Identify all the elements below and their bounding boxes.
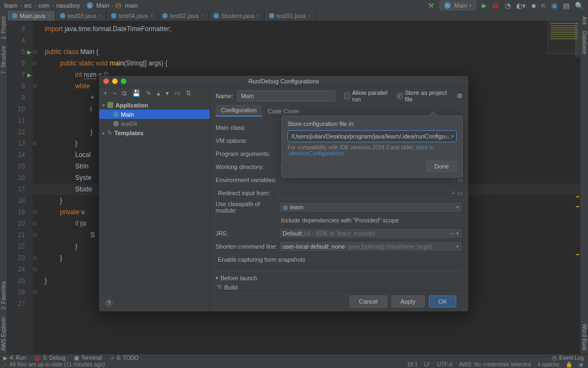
settings-icon[interactable]: ▤ <box>563 2 569 10</box>
allow-parallel-checkbox[interactable]: Allow parallel run <box>344 89 393 102</box>
database-tool-tab[interactable]: Database <box>581 28 588 58</box>
favorites-tool-tab[interactable]: 2: Favorites <box>0 278 7 313</box>
structure-tool-tab[interactable]: 7: Structure <box>0 43 7 77</box>
cancel-button[interactable]: Cancel <box>350 295 387 307</box>
before-launch-header[interactable]: ▾Before launch <box>216 275 463 281</box>
run-gutter-icon[interactable]: ▶ <box>27 69 32 81</box>
expand-icon[interactable]: + <box>452 190 455 196</box>
editor-tab[interactable]: test02.java× <box>158 11 209 21</box>
tree-templates-node[interactable]: ▸✎Templates <box>99 128 210 137</box>
shorten-select[interactable]: user-local default: none - java [options… <box>279 241 463 252</box>
close-window-icon[interactable] <box>103 79 109 84</box>
expand-icon[interactable]: ▾ <box>102 102 105 108</box>
save-icon[interactable]: 💾 <box>132 89 140 97</box>
down-icon[interactable]: ▾ <box>166 89 169 97</box>
fold-icon[interactable]: ⊟ <box>33 58 37 69</box>
search-icon[interactable]: 🔍 <box>575 2 584 10</box>
tree-expand-icon[interactable]: ⇅ <box>186 89 191 97</box>
classpath-select[interactable]: ▦learn▾ <box>279 202 463 213</box>
inspection-icon[interactable]: ◉ <box>579 361 584 367</box>
run-icon[interactable]: ▶ <box>482 2 486 9</box>
status-indent[interactable]: 4 spaces <box>537 361 559 367</box>
remove-icon[interactable]: − <box>113 89 117 97</box>
up-icon[interactable]: ▴ <box>157 89 160 97</box>
before-launch-build[interactable]: ⚒Build <box>216 283 463 291</box>
folder-icon[interactable]: ▭ <box>174 89 180 97</box>
name-input[interactable] <box>237 91 335 101</box>
close-icon[interactable]: × <box>201 13 204 19</box>
store-path-input[interactable]: /Users/julian/Desktop/program/java/learn… <box>287 130 457 142</box>
coverage-icon[interactable]: ◔ <box>505 2 511 10</box>
status-vcs-icon[interactable]: ▫ <box>4 361 7 367</box>
status-separator[interactable]: LF <box>424 361 431 367</box>
expand-icon[interactable]: ▸ <box>102 130 105 136</box>
close-icon[interactable]: × <box>308 13 311 19</box>
chevron-down-icon[interactable]: ▾ <box>451 134 454 139</box>
tree-app-node[interactable]: ▾Application <box>99 100 210 110</box>
editor-tab[interactable]: Main.java× <box>8 11 56 21</box>
browse-icon[interactable]: ▭ <box>444 134 449 139</box>
close-icon[interactable]: × <box>47 13 51 19</box>
project-tool-tab[interactable]: 1: Project <box>0 13 7 43</box>
fold-icon[interactable]: ⊟ <box>33 46 37 58</box>
warning-mark[interactable] <box>576 254 579 255</box>
jre-select[interactable]: Default (14 - SDK of 'learn' module)▭ ▾ <box>279 228 463 239</box>
fold-icon[interactable]: ⊟ <box>33 230 37 241</box>
edit-icon[interactable]: ✎ <box>146 89 151 97</box>
terminal-tool-tab[interactable]: ▣Terminal <box>74 355 102 361</box>
fold-icon[interactable]: ⊟ <box>33 81 37 92</box>
profiler-icon[interactable]: ◐▾ <box>516 2 526 10</box>
todo-tool-tab[interactable]: ✓6: TODO <box>111 355 139 361</box>
include-provided-checkbox[interactable]: Include dependencies with "Provided" sco… <box>279 217 399 224</box>
ant-tool-tab[interactable]: Ant <box>581 13 588 28</box>
tree-test04-node[interactable]: test04 <box>99 119 210 128</box>
breadcrumb-class[interactable]: Main <box>96 2 109 9</box>
store-project-checkbox[interactable]: Store as project file <box>397 89 450 102</box>
build-icon[interactable]: ⚒ <box>428 2 434 9</box>
tab-coverage[interactable]: Code Cover <box>262 106 305 117</box>
run-gutter-icon[interactable]: ▶ <box>27 46 32 58</box>
warning-mark[interactable] <box>576 196 579 197</box>
fold-icon[interactable]: ⊟ <box>33 207 37 218</box>
fold-icon[interactable]: ⊟ <box>33 218 37 230</box>
status-aws[interactable]: AWS: No credentials selected <box>459 361 531 367</box>
breadcrumb-project[interactable]: learn <box>4 2 17 9</box>
dialog-titlebar[interactable]: Run/Debug Configurations <box>99 76 468 87</box>
wordbook-tool-tab[interactable]: Word Book <box>581 321 588 354</box>
copy-icon[interactable]: ⧉ <box>122 89 127 97</box>
status-encoding[interactable]: UTF-8 <box>437 361 452 367</box>
help-icon[interactable]: ? <box>105 299 113 307</box>
git-icon[interactable]: ⎋ <box>541 2 546 10</box>
tree-main-node[interactable]: Main <box>99 110 210 119</box>
editor-tab[interactable]: test01.java× <box>265 11 316 21</box>
warning-mark[interactable] <box>576 206 579 207</box>
close-icon[interactable]: × <box>256 13 260 19</box>
breadcrumb-pkg[interactable]: com <box>38 2 50 9</box>
fold-icon[interactable]: ⊟ <box>33 264 37 275</box>
debug-icon[interactable]: 🐞 <box>492 2 499 9</box>
redirect-input[interactable] <box>279 188 450 198</box>
ok-button[interactable]: OK <box>429 295 456 307</box>
breadcrumb-method[interactable]: main <box>125 2 138 9</box>
status-linecol[interactable]: 18:1 <box>407 361 418 367</box>
stop-icon[interactable]: ■ <box>531 2 536 10</box>
close-icon[interactable]: × <box>150 13 153 19</box>
scrollbar-thumb[interactable] <box>575 22 579 57</box>
breadcrumb-pkg[interactable]: nasaiboy <box>56 2 80 9</box>
fold-icon[interactable]: ⊟ <box>33 287 37 298</box>
gear-icon[interactable]: ⚙ <box>457 92 463 100</box>
editor-tab[interactable]: test03.java× <box>56 11 107 21</box>
editor-tab[interactable]: test04.java× <box>107 11 158 21</box>
editor-tab[interactable]: Student.java× <box>209 11 265 21</box>
done-button[interactable]: Done <box>426 161 457 172</box>
apply-button[interactable]: Apply <box>391 295 425 307</box>
lock-icon[interactable]: 🔒 <box>566 361 572 367</box>
debug-tool-tab[interactable]: 🐞5: Debug <box>34 355 65 361</box>
event-log-tab[interactable]: ◷Event Log <box>552 355 584 361</box>
fold-icon[interactable]: ⊟ <box>33 138 37 149</box>
redirect-label[interactable]: Redirect input from: <box>216 190 279 196</box>
run-config-selector[interactable]: C Main ▾ <box>439 1 476 10</box>
close-icon[interactable]: × <box>99 13 102 19</box>
minimize-window-icon[interactable] <box>112 79 118 84</box>
add-icon[interactable]: + <box>103 89 107 97</box>
